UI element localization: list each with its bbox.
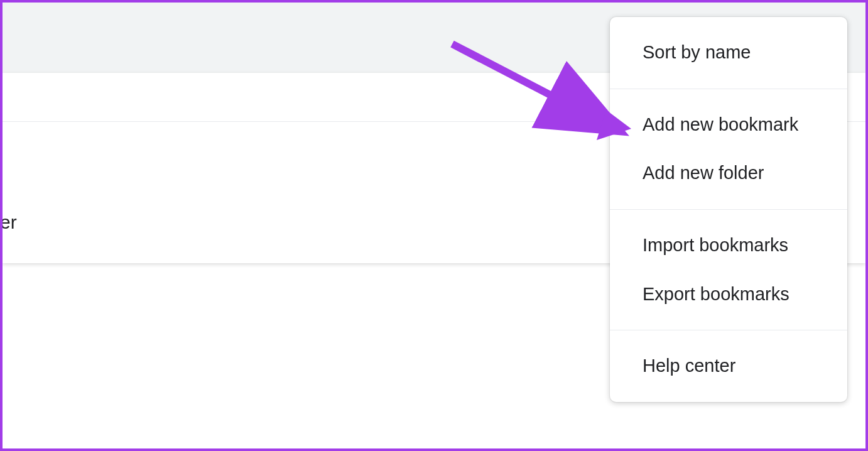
- menu-section-import-export: Import bookmarks Export bookmarks: [610, 209, 847, 330]
- partial-text: er: [0, 212, 17, 233]
- menu-item-import-bookmarks[interactable]: Import bookmarks: [610, 221, 847, 270]
- menu-item-export-bookmarks[interactable]: Export bookmarks: [610, 270, 847, 319]
- menu-item-sort-by-name[interactable]: Sort by name: [610, 28, 847, 77]
- menu-item-add-new-folder[interactable]: Add new folder: [610, 149, 847, 198]
- menu-item-add-new-bookmark[interactable]: Add new bookmark: [610, 101, 847, 149]
- menu-section-sort: Sort by name: [610, 17, 847, 89]
- bookmarks-context-menu: Sort by name Add new bookmark Add new fo…: [610, 17, 847, 402]
- menu-item-help-center[interactable]: Help center: [610, 342, 847, 391]
- menu-section-help: Help center: [610, 330, 847, 402]
- menu-section-add: Add new bookmark Add new folder: [610, 89, 847, 209]
